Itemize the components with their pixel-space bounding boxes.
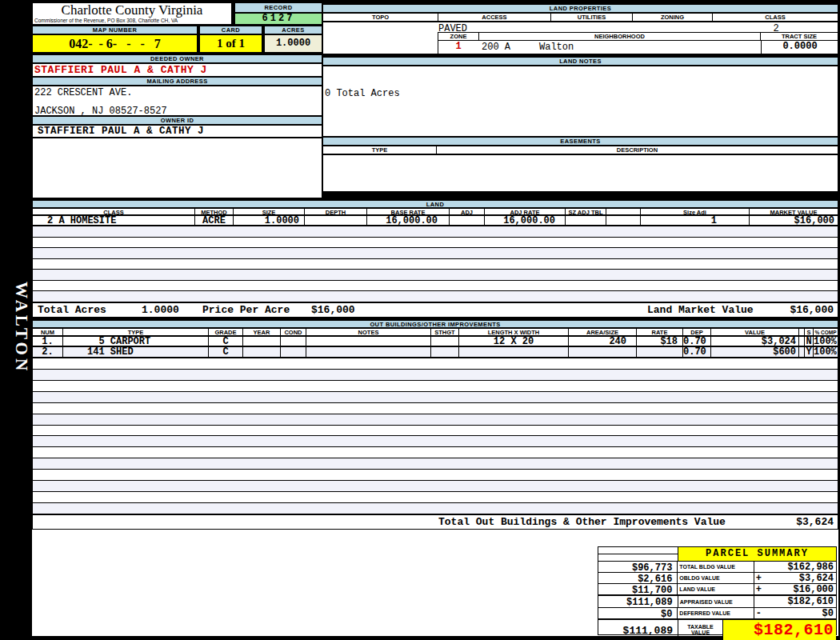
ps-prior-appraised: $111,089: [598, 596, 678, 607]
land-row-adj: [450, 216, 485, 225]
ob2-cond: [281, 347, 306, 357]
price-per-acre-value: $16,000: [311, 303, 355, 317]
neighborhood-name: Walton: [539, 42, 574, 53]
ob-col-spacer: [799, 329, 805, 335]
ob2-sthgt: [431, 347, 459, 357]
ob2-year: [243, 347, 281, 357]
ps-value-land: $16,000: [767, 584, 836, 594]
lp-col-zoning: ZONING: [633, 14, 713, 21]
record-value: 6127: [234, 13, 322, 25]
land-notes-box: 0 Total Acres: [322, 66, 838, 137]
land-row-blank: [606, 216, 641, 225]
land-col-method: METHOD: [195, 209, 234, 214]
land-title: LAND: [32, 200, 838, 208]
sidebar-vertical-label: WALTON: [4, 276, 31, 380]
ob2-num: 2.: [33, 347, 63, 357]
ob-col-dep: DEP: [683, 329, 711, 335]
lp-col-topo: TOPO: [323, 14, 438, 21]
ps-prior-land: $11,700: [598, 584, 678, 594]
ps-label-obldg: OBLDG VALUE: [678, 573, 754, 583]
ps-sign-land: +: [754, 584, 767, 594]
ob-row-2: 2. 141 SHED C 0.70 $600 Y 100%: [32, 346, 838, 358]
mailing-address-box: 222 CRESCENT AVE. JACKSON , NJ 08527-852…: [32, 86, 322, 116]
county-title: Charlotte County Virginia: [33, 3, 231, 18]
ob1-sthgt: [431, 337, 459, 346]
land-properties-header-row: TOPO ACCESS UTILITIES ZONING CLASS: [322, 13, 838, 22]
ps-sign-deferred: -: [754, 608, 767, 618]
land-row-depth: [305, 216, 367, 225]
ob-col-notes: NOTES: [306, 329, 431, 335]
ob1-spacer: [799, 337, 805, 346]
ob1-num: 1.: [33, 337, 63, 346]
land-market-value: $16,000: [790, 303, 834, 317]
ob-col-grade: GRADE: [209, 329, 243, 335]
ob2-rate: [637, 347, 683, 357]
ps-value-obldg: $3,624: [767, 573, 836, 583]
ob-col-num: NUM: [33, 329, 63, 335]
deeded-owner-value: STAFFIERI PAUL A & CATHY J: [32, 63, 322, 77]
ob1-value: $3,024: [711, 337, 799, 346]
zone-value: 1: [438, 41, 478, 54]
land-totals-row: Total Acres 1.0000 Price Per Acre $16,00…: [32, 302, 838, 318]
land-row-base-rate: 16,000.00: [367, 216, 450, 225]
owner-empty-area: [32, 138, 322, 198]
acres-label: ACRES: [264, 26, 322, 34]
ps-prior-obldg: $2,616: [598, 573, 678, 583]
ps-row-obldg: $2,616 OBLDG VALUE + $3,624: [598, 573, 836, 584]
owner-id-value: STAFFIERI PAUL A & CATHY J: [32, 125, 322, 138]
ps-prior-total-bldg: $96,773: [598, 562, 678, 572]
neighborhood-code: 200 A: [482, 42, 510, 53]
ps-row-appraised: $111,089 APPRAISED VALUE $182,610: [598, 595, 836, 608]
land-row-market-value: $16,000: [750, 216, 838, 225]
ps-value-appraised: $182,610: [767, 596, 836, 607]
ps-prior-deferred: $0: [598, 608, 678, 618]
ob-header-row: NUM TYPE GRADE YEAR COND NOTES STHGT LEN…: [32, 328, 838, 336]
ps-value-deferred: $0: [767, 608, 836, 618]
map-number-label: MAP NUMBER: [32, 26, 198, 34]
ob1-dep: 0.70: [683, 337, 711, 346]
ob-empty-rows: [32, 358, 838, 514]
land-col-market-value: MARKET VALUE: [750, 209, 838, 214]
land-properties-title: LAND PROPERTIES: [322, 4, 838, 13]
land-row-size-adj: 1: [641, 216, 750, 225]
out-buildings-title: OUT BUILDINGS/OTHER IMPROVEMENTS: [32, 320, 838, 328]
land-row-size: 1.0000: [234, 216, 305, 225]
ob-total-value: $3,624: [796, 515, 834, 529]
land-empty-rows: [32, 226, 838, 302]
total-acres-label: Total Acres: [38, 303, 106, 317]
ob1-pct: 100%: [814, 337, 838, 346]
land-col-size: SIZE: [234, 209, 305, 214]
ob2-area: [569, 347, 637, 357]
ps-value-total-bldg: $162,986: [767, 562, 836, 572]
card-value: 1 of 1: [199, 34, 262, 53]
ps-blank-cell: [598, 547, 678, 561]
ob1-area: 240: [569, 337, 637, 346]
land-row-sz-adj-tbl: [566, 216, 606, 225]
ob2-type: 141 SHED: [63, 347, 209, 357]
price-per-acre-label: Price Per Acre: [202, 303, 290, 317]
ob1-cond: [281, 337, 306, 346]
ob-total-label: Total Out Buildings & Other Improvements…: [438, 515, 726, 529]
total-acres-value: 1.0000: [142, 303, 179, 317]
ob2-notes: [306, 347, 431, 357]
ob-col-area: AREA/SIZE: [569, 329, 637, 335]
ps-sign-obldg: +: [754, 573, 767, 583]
mailing-address-label: MAILING ADDRESS: [32, 77, 322, 86]
easements-empty-area: [322, 154, 838, 192]
lp-col-access: ACCESS: [438, 14, 551, 21]
ob-col-lxw: LENGTH X WIDTH: [459, 329, 569, 335]
ob2-lxw: [459, 347, 569, 357]
ob1-s: N: [805, 337, 814, 346]
lp-col-class: CLASS: [713, 14, 838, 21]
owner-id-label: OWNER ID: [32, 116, 322, 125]
land-notes-text: 0 Total Acres: [323, 66, 838, 99]
card-label: CARD: [199, 26, 262, 34]
ps-row-taxable: $111,089 TAXABLE VALUE $182,610: [598, 619, 836, 640]
land-notes-title: LAND NOTES: [322, 57, 838, 66]
land-col-blank: [606, 209, 641, 214]
address-line1: 222 CRESCENT AVE.: [33, 86, 322, 98]
easements-col-description: DESCRIPTION: [437, 146, 838, 154]
map-number-value: 042- - 6- - - 7: [32, 34, 198, 53]
ob2-spacer: [799, 347, 805, 357]
property-record-card: WALTON Charlotte County Virginia Commiss…: [0, 0, 840, 640]
